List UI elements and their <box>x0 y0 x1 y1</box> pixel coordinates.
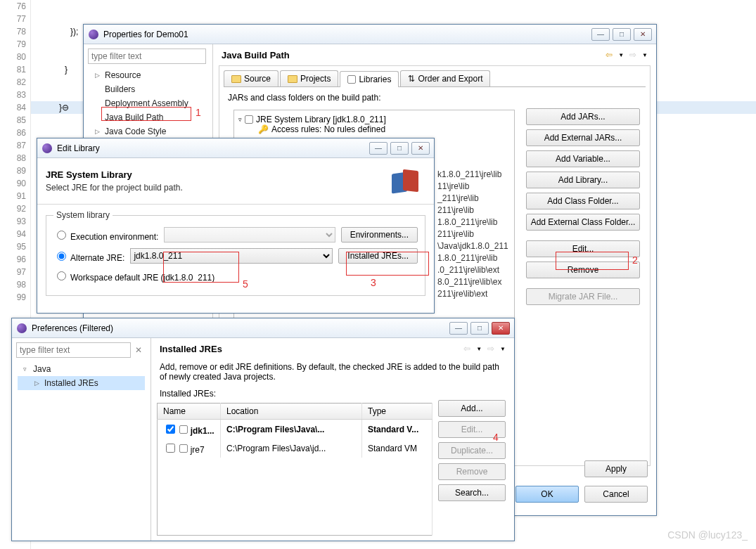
add-class-folder-button[interactable]: Add Class Folder... <box>526 193 640 209</box>
add-external-jars-button[interactable]: Add External JARs... <box>526 129 640 146</box>
maximize-button[interactable]: □ <box>613 28 631 41</box>
tab-order[interactable]: ⇅Order and Export <box>400 70 490 86</box>
tree-item-deployment[interactable]: Deployment Assembly <box>89 96 207 110</box>
system-library-group: System library Execution environment: En… <box>46 210 425 296</box>
tree-item-resource[interactable]: ▷Resource <box>89 68 207 82</box>
tab-source[interactable]: Source <box>224 70 278 86</box>
tab-projects[interactable]: Projects <box>280 70 338 86</box>
table-row[interactable]: jre7 C:\Program Files\Java\jd... Standar… <box>158 439 433 458</box>
tree-item-builders[interactable]: Builders <box>89 82 207 96</box>
edit-sub: Select JRE for the project build path. <box>37 183 387 198</box>
tree-item-code-style[interactable]: ▷Java Code Style <box>89 124 207 138</box>
search-button[interactable]: Search... <box>438 484 506 501</box>
edit-library-window: Edit Library — □ ✕ JRE System Library Se… <box>37 138 435 314</box>
tree-item-build-path[interactable]: Java Build Path <box>89 110 207 124</box>
eclipse-icon <box>88 29 99 40</box>
jre-row-icon <box>179 425 188 434</box>
eclipse-icon <box>41 143 53 154</box>
forward-arrow-icon[interactable]: ⇨ <box>627 49 639 61</box>
jre-table[interactable]: Name Location Type jdk1... C:\Program Fi… <box>157 403 433 536</box>
jre-node[interactable]: JRE System Library [jdk1.8.0_211] <box>256 115 386 124</box>
table-row[interactable]: jdk1... C:\Program Files\Java\... Standa… <box>158 420 433 439</box>
jre-checkbox[interactable] <box>166 444 175 453</box>
edit-button[interactable]: Edit... <box>526 240 640 257</box>
minimize-button[interactable]: — <box>449 322 468 335</box>
duplicate-button: Duplicate... <box>438 442 506 459</box>
alternate-jre-combo[interactable]: jdk1.8.0_211 <box>130 248 333 264</box>
col-name[interactable]: Name <box>158 403 221 420</box>
cancel-button[interactable]: Cancel <box>584 486 648 503</box>
preferences-window: Preferences (Filtered) — □ ✕ ✕ ▿Java ▷In… <box>11 318 515 541</box>
add-external-class-folder-button[interactable]: Add External Class Folder... <box>526 214 640 231</box>
forward-arrow-icon[interactable]: ⇨ <box>485 342 497 355</box>
tab-libraries[interactable]: Libraries <box>340 71 399 87</box>
close-button[interactable]: ✕ <box>634 28 652 41</box>
jre-icon <box>245 115 253 124</box>
edit-library-titlebar[interactable]: Edit Library — □ ✕ <box>37 138 434 158</box>
jars-label: JARs and class folders on the build path… <box>219 87 650 104</box>
table-label: Installed JREs: <box>157 389 508 400</box>
libraries-icon <box>347 75 356 84</box>
preferences-titlebar[interactable]: Preferences (Filtered) — □ ✕ <box>12 318 514 338</box>
preferences-tree[interactable]: ▿Java ▷Installed JREs <box>18 362 145 390</box>
eclipse-icon <box>16 323 27 334</box>
back-arrow-icon[interactable]: ⇦ <box>603 49 615 61</box>
col-type[interactable]: Type <box>362 403 433 420</box>
maximize-button[interactable]: □ <box>390 142 409 155</box>
nav-arrows: ⇦▼ ⇨▼ <box>603 49 648 61</box>
add-variable-button[interactable]: Add Variable... <box>526 150 640 167</box>
preferences-sidebar: ✕ ▿Java ▷Installed JREs <box>12 338 151 541</box>
pref-desc: Add, remove or edit JRE definitions. By … <box>157 359 508 389</box>
exec-env-combo <box>164 227 335 243</box>
add-button[interactable]: Add... <box>438 400 506 417</box>
remove-button[interactable]: Remove <box>526 261 640 278</box>
apply-button[interactable]: Apply <box>584 460 648 477</box>
installed-jres-button[interactable]: Installed JREs... <box>338 248 418 264</box>
ok-button[interactable]: OK <box>515 486 579 503</box>
access-node[interactable]: Access rules: No rules defined <box>271 124 385 134</box>
tabs: Source Projects Libraries ⇅Order and Exp… <box>224 70 646 87</box>
close-button[interactable]: ✕ <box>492 322 510 335</box>
order-icon: ⇅ <box>408 74 415 84</box>
jre-checkbox[interactable] <box>166 425 175 434</box>
edit-jre-button: Edit... <box>438 421 506 438</box>
exec-env-radio[interactable]: Execution environment: <box>53 228 158 242</box>
alternate-jre-radio[interactable]: Alternate JRE: <box>53 250 124 263</box>
jre-buttons: Add... Edit... Duplicate... Remove Searc… <box>438 400 508 538</box>
watermark: CSDN @lucy123_ <box>667 529 748 541</box>
library-icon <box>387 167 423 195</box>
filter-input[interactable] <box>88 49 206 64</box>
clear-filter-icon[interactable]: ✕ <box>131 345 146 355</box>
minimize-button[interactable]: — <box>591 28 610 41</box>
maximize-button[interactable]: □ <box>470 322 489 335</box>
add-library-button[interactable]: Add Library... <box>526 172 640 188</box>
panel-heading: Java Build Path <box>222 50 290 60</box>
projects-icon <box>288 75 297 83</box>
environments-button[interactable]: Environments... <box>341 227 418 243</box>
remove-jre-button: Remove <box>438 463 506 480</box>
add-jars-button[interactable]: Add JARs... <box>526 108 640 125</box>
col-location[interactable]: Location <box>221 403 362 420</box>
system-library-legend: System library <box>53 210 113 220</box>
preferences-title: Preferences (Filtered) <box>32 323 449 333</box>
access-icon: 🔑 <box>258 124 269 134</box>
back-arrow-icon[interactable]: ⇦ <box>461 342 473 355</box>
lib-path-fragments: k1.8.0_211\jre\lib11\jre\lib_211\jre\lib… <box>437 169 508 300</box>
minimize-button[interactable]: — <box>369 142 387 155</box>
workspace-default-radio[interactable]: Workspace default JRE (jdk1.8.0_211) <box>53 269 214 283</box>
properties-tree[interactable]: ▷Resource Builders Deployment Assembly J… <box>89 68 207 138</box>
pref-heading: Installed JREs <box>160 344 222 354</box>
pref-filter-input[interactable] <box>16 342 131 358</box>
tree-item-installed-jres[interactable]: ▷Installed JREs <box>18 376 145 390</box>
properties-titlebar[interactable]: Properties for Demo01 — □ ✕ <box>84 25 656 44</box>
source-icon <box>231 75 241 83</box>
migrate-button: Migrate JAR File... <box>526 288 640 305</box>
edit-library-title: Edit Library <box>57 143 369 153</box>
properties-title: Properties for Demo01 <box>103 30 591 39</box>
edit-heading: JRE System Library <box>37 164 387 183</box>
library-buttons: Add JARs... Add External JARs... Add Var… <box>523 104 644 481</box>
close-button[interactable]: ✕ <box>411 142 430 155</box>
jre-row-icon <box>179 444 188 453</box>
tree-item-java[interactable]: ▿Java <box>18 362 145 376</box>
